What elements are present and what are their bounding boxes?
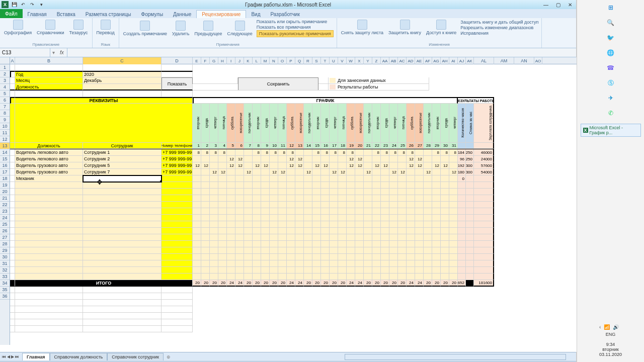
col-header-y[interactable]: Y <box>364 57 372 64</box>
cell[interactable] <box>162 241 193 247</box>
cell[interactable] <box>253 215 261 221</box>
data-day-2-1[interactable]: 12 <box>201 162 210 169</box>
cell[interactable] <box>407 208 415 215</box>
data-day-1-3[interactable] <box>218 156 227 162</box>
cell[interactable] <box>83 326 162 332</box>
cell[interactable] <box>347 254 355 260</box>
cell[interactable] <box>210 228 218 234</box>
data-day-4-27[interactable] <box>424 175 432 182</box>
cell[interactable] <box>193 260 201 267</box>
cell[interactable] <box>424 228 432 234</box>
close-button[interactable]: ✕ <box>564 1 576 9</box>
data-day-1-26[interactable]: 12 <box>415 156 424 162</box>
row-header-14[interactable]: 14 <box>0 149 10 156</box>
data-day-1-11[interactable]: 12 <box>287 156 295 162</box>
data-day-3-21[interactable] <box>372 169 381 175</box>
cell[interactable] <box>441 189 449 195</box>
data-day-1-21[interactable] <box>372 156 381 162</box>
row-header-16[interactable]: 16 <box>0 162 10 169</box>
cell[interactable] <box>162 319 193 326</box>
data-day-4-18[interactable] <box>347 175 355 182</box>
cell[interactable] <box>389 274 398 280</box>
cell[interactable] <box>278 228 287 234</box>
cell[interactable] <box>10 162 15 169</box>
data-day-3-26[interactable] <box>415 169 424 175</box>
cell[interactable] <box>10 215 15 221</box>
cell[interactable] <box>287 234 295 241</box>
unprotect-sheet-button[interactable]: Снять защиту листа <box>340 19 384 36</box>
cell[interactable] <box>441 260 449 267</box>
new-comment-button[interactable]: Создать примечание <box>122 20 168 37</box>
data-day-4-13[interactable] <box>304 175 312 182</box>
cell[interactable] <box>244 254 253 260</box>
cell[interactable] <box>355 241 364 247</box>
cell[interactable] <box>364 234 372 241</box>
cell[interactable] <box>355 195 364 202</box>
data-day-2-2[interactable] <box>210 162 218 169</box>
skype-icon[interactable]: Ⓢ <box>606 78 615 87</box>
cell[interactable] <box>338 241 347 247</box>
cell[interactable] <box>398 254 407 260</box>
next-comment-button[interactable]: Следующее <box>226 20 253 37</box>
cell[interactable] <box>364 267 372 274</box>
data-position-3[interactable]: Водитель грузового авто <box>15 169 83 175</box>
cell[interactable] <box>355 189 364 195</box>
cell[interactable] <box>441 208 449 215</box>
cell[interactable] <box>235 195 244 202</box>
cell[interactable] <box>381 215 389 221</box>
cell[interactable] <box>253 241 261 247</box>
cell[interactable] <box>304 247 312 254</box>
cell[interactable] <box>372 189 381 195</box>
data-day-4-24[interactable] <box>398 175 407 182</box>
data-day-0-1[interactable]: 8 <box>201 149 210 156</box>
cell[interactable] <box>162 228 193 234</box>
data-day-1-12[interactable]: 12 <box>295 156 304 162</box>
data-day-0-10[interactable]: 8 <box>278 149 287 156</box>
cell[interactable] <box>381 241 389 247</box>
cell[interactable] <box>278 189 287 195</box>
cell[interactable] <box>295 182 304 189</box>
qat-dropdown-icon[interactable]: ▾ <box>38 1 45 8</box>
cell[interactable] <box>253 274 261 280</box>
col-header-n[interactable]: N <box>270 57 278 64</box>
row-header-11[interactable]: 11 <box>0 130 10 136</box>
cell[interactable] <box>381 208 389 215</box>
cell[interactable] <box>261 221 270 228</box>
row-header-19[interactable]: 19 <box>0 182 10 189</box>
sheet-tab-positions[interactable]: Справочник должность <box>50 353 108 360</box>
cell[interactable] <box>253 234 261 241</box>
data-day-3-28[interactable] <box>432 169 441 175</box>
cell[interactable] <box>162 84 193 90</box>
cell[interactable] <box>449 267 458 274</box>
cell[interactable] <box>261 195 270 202</box>
row-header-35[interactable]: 35 <box>0 287 10 293</box>
cell[interactable] <box>201 260 210 267</box>
data-day-3-3[interactable]: 12 <box>218 169 227 175</box>
data-day-1-17[interactable] <box>338 156 347 162</box>
cell[interactable] <box>193 182 201 189</box>
cell[interactable] <box>415 208 424 215</box>
cell[interactable] <box>162 267 193 274</box>
cell[interactable] <box>83 287 162 293</box>
col-header-l[interactable]: L <box>253 57 261 64</box>
cell[interactable] <box>449 182 458 189</box>
cell[interactable] <box>364 202 372 208</box>
cell[interactable] <box>227 228 235 234</box>
show-all-comments-button[interactable]: Показать все примечания <box>257 25 334 30</box>
cell[interactable] <box>398 260 407 267</box>
cell[interactable] <box>381 247 389 254</box>
cell[interactable] <box>10 254 15 260</box>
cell[interactable] <box>355 202 364 208</box>
cell[interactable] <box>193 189 201 195</box>
cell[interactable] <box>338 208 347 215</box>
new-sheet-icon[interactable]: ⊕ <box>164 354 174 359</box>
cell[interactable] <box>261 202 270 208</box>
cell[interactable] <box>364 221 372 228</box>
cell[interactable] <box>364 254 372 260</box>
cell[interactable] <box>355 274 364 280</box>
cell[interactable] <box>381 267 389 274</box>
thesaurus-button[interactable]: Тезаурус <box>68 19 89 36</box>
cell[interactable] <box>355 260 364 267</box>
save-icon[interactable]: 💾 <box>11 1 18 8</box>
cell[interactable] <box>347 208 355 215</box>
